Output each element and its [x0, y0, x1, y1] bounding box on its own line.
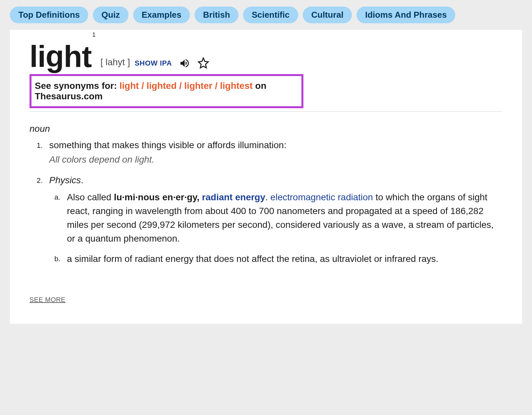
- domain-period: .: [81, 175, 83, 185]
- see-more-button[interactable]: SEE MORE: [30, 296, 66, 304]
- definition-text: something that makes things visible or a…: [49, 140, 286, 150]
- tab-quiz[interactable]: Quiz: [93, 7, 128, 23]
- tab-examples[interactable]: Examples: [133, 7, 190, 23]
- sub-definition-b: b. a similar form of radiant energy that…: [49, 252, 502, 266]
- tab-idioms[interactable]: Idioms And Phrases: [357, 7, 455, 23]
- star-icon: [197, 57, 209, 69]
- headword-row: light1 [ lahyt ] SHOW IPA: [30, 43, 502, 70]
- also-called-prefix: Also called: [67, 192, 114, 202]
- divider: [30, 111, 502, 112]
- definition-1: 1. something that makes things visible o…: [30, 139, 502, 167]
- headword: light1: [30, 43, 94, 70]
- speaker-icon: [179, 58, 190, 69]
- definition-2: 2. Physics. a. Also called lu·mi·nous en…: [30, 174, 502, 272]
- part-of-speech: noun: [30, 124, 502, 134]
- tab-scientific[interactable]: Scientific: [243, 7, 298, 23]
- definition-list: 1. something that makes things visible o…: [30, 139, 502, 272]
- link-radiant-energy[interactable]: radiant energy: [202, 192, 265, 202]
- definition-number: 1.: [30, 139, 49, 167]
- sub-definition-list: a. Also called lu·mi·nous en·er·gy, radi…: [49, 190, 502, 266]
- sub-definition-letter: b.: [49, 252, 67, 266]
- domain-label: Physics: [49, 175, 81, 185]
- pronunciation: [ lahyt ]: [100, 57, 130, 68]
- definition-example: All colors depend on light.: [49, 153, 502, 167]
- tabs-bar: Top Definitions Quiz Examples British Sc…: [10, 7, 522, 23]
- sub-definition-letter: a.: [49, 190, 67, 246]
- synonyms-callout: See synonyms for: light / lighted / ligh…: [30, 74, 303, 108]
- entry-card: light1 [ lahyt ] SHOW IPA See synonyms f…: [10, 30, 522, 324]
- synonyms-prefix: See synonyms for:: [35, 81, 119, 91]
- term-period: .: [265, 192, 271, 202]
- synonyms-links[interactable]: light / lighted / lighter / lightest: [119, 81, 253, 91]
- sub-definition-body: a similar form of radiant energy that do…: [67, 252, 502, 266]
- favorite-button[interactable]: [197, 57, 209, 69]
- definition-body: something that makes things visible or a…: [49, 139, 502, 167]
- tab-cultural[interactable]: Cultural: [303, 7, 352, 23]
- headword-text: light: [30, 40, 92, 73]
- audio-button[interactable]: [179, 58, 190, 69]
- homograph-number: 1: [92, 31, 95, 38]
- tab-top-definitions[interactable]: Top Definitions: [10, 7, 88, 23]
- tab-british[interactable]: British: [194, 7, 238, 23]
- link-electromagnetic-radiation[interactable]: electromagnetic radiation: [270, 192, 373, 202]
- definition-body: Physics. a. Also called lu·mi·nous en·er…: [49, 174, 502, 272]
- term-luminous-energy: lu·mi·nous en·er·gy,: [114, 192, 202, 202]
- definition-number: 2.: [30, 174, 49, 272]
- sub-definition-body: Also called lu·mi·nous en·er·gy, radiant…: [67, 190, 502, 246]
- sub-definition-a: a. Also called lu·mi·nous en·er·gy, radi…: [49, 190, 502, 246]
- show-ipa-button[interactable]: SHOW IPA: [134, 59, 172, 68]
